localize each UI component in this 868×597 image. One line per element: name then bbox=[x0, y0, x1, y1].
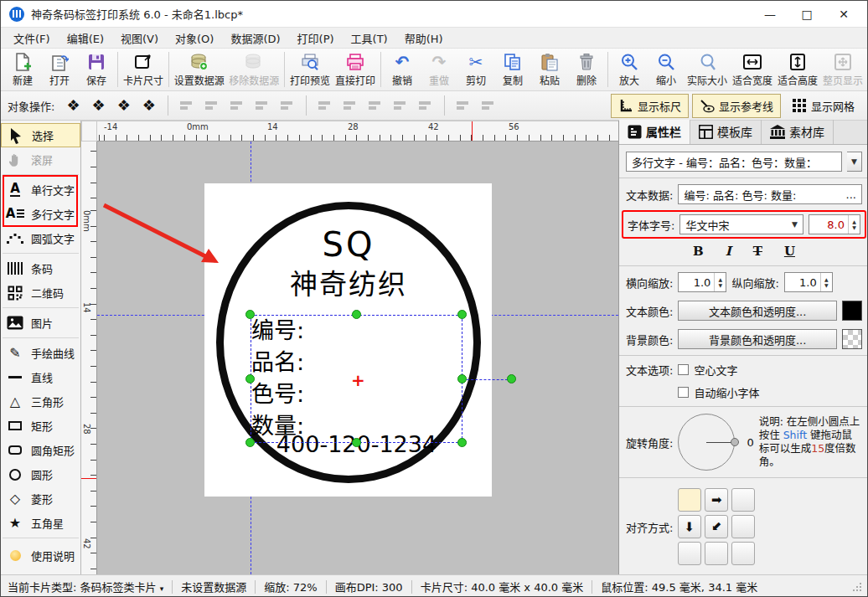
tool-rectangle[interactable]: 矩形 bbox=[1, 414, 80, 438]
fit-height-button[interactable]: 适合高度 bbox=[775, 49, 820, 90]
print-preview-button[interactable]: 打印预览 bbox=[287, 49, 333, 90]
show-ruler-toggle[interactable]: 显示标尺 bbox=[611, 94, 689, 118]
tool-circle[interactable]: 圆形 bbox=[1, 462, 80, 486]
tool-diamond[interactable]: ◇ 菱形 bbox=[1, 486, 80, 511]
design-canvas[interactable]: SQ 神奇纺织 编号: 品名: 色号: 数量: 400-120-1234 + bbox=[97, 142, 618, 574]
tool-single-line-text[interactable]: A 单行文字 bbox=[1, 178, 80, 202]
underline-button[interactable]: U bbox=[784, 244, 795, 259]
undo-button[interactable]: ↶ 撤销 bbox=[384, 49, 421, 90]
tool-select[interactable]: 选择 bbox=[1, 123, 80, 147]
auto-shrink-checkbox[interactable] bbox=[678, 387, 689, 398]
rotation-dial[interactable] bbox=[678, 414, 735, 471]
selection-handle-se[interactable] bbox=[457, 438, 467, 447]
font-family-dropdown-icon[interactable]: ▼ bbox=[792, 220, 798, 229]
align-top-right-button[interactable] bbox=[731, 488, 755, 512]
tool-barcode[interactable]: 条码 bbox=[1, 256, 80, 280]
font-size-up-icon[interactable]: ▲ bbox=[852, 219, 856, 224]
selection-handle-ne[interactable] bbox=[457, 310, 467, 319]
move-layer-up-icon[interactable]: ❖ bbox=[114, 98, 134, 113]
align-middle-right-button[interactable] bbox=[731, 515, 755, 538]
bring-to-front-icon[interactable]: ❖ bbox=[63, 98, 83, 113]
menu-object[interactable]: 对象(O) bbox=[168, 28, 221, 48]
bg-color-button[interactable]: 背景颜色和透明度... bbox=[678, 329, 837, 349]
card-type-status[interactable]: 当前卡片类型: 条码标签类卡片 ▾ bbox=[8, 579, 163, 594]
tool-arc-text[interactable]: 圆弧文字 bbox=[1, 226, 80, 250]
selection-handle-nw[interactable] bbox=[245, 310, 255, 319]
v-scale-spinner[interactable]: 1.0 ▲▼ bbox=[784, 272, 833, 292]
hollow-text-option[interactable]: 空心文字 bbox=[678, 362, 759, 378]
bg-color-swatch[interactable] bbox=[842, 329, 862, 349]
selection-handle-sw[interactable] bbox=[245, 438, 255, 447]
help-button[interactable]: 使用说明 bbox=[1, 543, 80, 568]
fit-width-button[interactable]: 适合宽度 bbox=[730, 49, 775, 90]
zoom-out-button[interactable]: 缩小 bbox=[648, 49, 685, 90]
move-layer-down-icon[interactable]: ❖ bbox=[139, 98, 159, 113]
bold-button[interactable]: B bbox=[693, 244, 704, 259]
menu-edit[interactable]: 编辑(E) bbox=[59, 28, 111, 48]
tab-properties[interactable]: 属性栏 bbox=[619, 120, 690, 144]
tool-image[interactable]: 图片 bbox=[1, 311, 80, 335]
text-color-swatch[interactable] bbox=[842, 301, 862, 321]
text-color-button[interactable]: 文本颜色和透明度... bbox=[678, 301, 837, 321]
menu-help[interactable]: 帮助(H) bbox=[397, 28, 451, 48]
tool-rounded-rectangle[interactable]: 圆角矩形 bbox=[1, 438, 80, 462]
save-button[interactable]: 保存 bbox=[78, 49, 115, 90]
zoom-in-button[interactable]: 放大 bbox=[611, 49, 648, 90]
font-size-spinner[interactable]: 8.0 ▲▼ bbox=[809, 214, 860, 234]
new-button[interactable]: 新建 bbox=[4, 49, 41, 90]
selection-handle-e[interactable] bbox=[457, 374, 467, 383]
paste-button[interactable]: 粘贴 bbox=[531, 49, 568, 90]
align-bottom-center-button[interactable] bbox=[705, 542, 728, 565]
label-title-text[interactable]: SQ bbox=[216, 225, 481, 264]
send-to-back-icon[interactable]: ❖ bbox=[89, 98, 109, 113]
card-size-button[interactable]: 卡片尺寸 bbox=[121, 49, 166, 90]
menu-datasource[interactable]: 数据源(D) bbox=[223, 28, 287, 48]
show-guides-toggle[interactable]: 显示参考线 bbox=[692, 94, 781, 118]
tool-line[interactable]: 直线 bbox=[1, 365, 80, 389]
menu-tools[interactable]: 工具(T) bbox=[344, 28, 395, 48]
label-brand-text[interactable]: 神奇纺织 bbox=[216, 262, 481, 302]
show-grid-toggle[interactable]: 显示网格 bbox=[784, 94, 862, 118]
text-data-field[interactable]: 编号: 品名: 色号: 数量: ... bbox=[678, 184, 862, 204]
hollow-text-checkbox[interactable] bbox=[678, 364, 689, 375]
object-selector-dropdown-icon[interactable]: ▼ bbox=[847, 152, 862, 172]
auto-shrink-option[interactable]: 自动缩小字体 bbox=[678, 384, 759, 400]
tool-qrcode[interactable]: 二维码 bbox=[1, 280, 80, 305]
more-button[interactable]: ... bbox=[846, 188, 856, 201]
strikethrough-button[interactable]: T bbox=[753, 244, 762, 259]
resize-grip[interactable] bbox=[852, 582, 862, 592]
minimize-button[interactable]: — bbox=[753, 3, 787, 26]
close-button[interactable]: ✕ bbox=[827, 3, 860, 26]
copy-button[interactable]: 复制 bbox=[494, 49, 531, 90]
tool-multi-line-text[interactable]: A 多行文字 bbox=[1, 202, 80, 226]
menu-file[interactable]: 文件(F) bbox=[6, 28, 58, 48]
direct-print-button[interactable]: 直接打印 bbox=[333, 49, 378, 90]
actual-size-button[interactable]: 实际大小 bbox=[685, 49, 730, 90]
tool-freehand-curve[interactable]: ✎ 手绘曲线 bbox=[1, 341, 80, 365]
align-center-button[interactable]: ➡ bbox=[705, 515, 728, 538]
selection-handle-w[interactable] bbox=[245, 374, 255, 383]
italic-button[interactable]: I bbox=[726, 244, 731, 259]
set-datasource-button[interactable]: 设置数据源 bbox=[172, 49, 227, 90]
font-family-select[interactable]: 华文中宋 ▼ bbox=[679, 214, 803, 234]
rotation-handle[interactable] bbox=[507, 374, 516, 383]
tab-materials[interactable]: 素材库 bbox=[762, 120, 834, 144]
font-size-down-icon[interactable]: ▼ bbox=[852, 224, 856, 230]
align-middle-left-button[interactable]: ➡ bbox=[678, 515, 701, 538]
align-top-center-button[interactable]: ➡ bbox=[705, 488, 728, 512]
tool-triangle[interactable]: △ 三角形 bbox=[1, 389, 80, 414]
align-bottom-right-button[interactable] bbox=[731, 542, 755, 565]
open-button[interactable]: 打开 bbox=[41, 49, 78, 90]
maximize-button[interactable]: □ bbox=[790, 3, 824, 26]
rotation-knob[interactable] bbox=[731, 438, 739, 446]
tool-star[interactable]: ★ 五角星 bbox=[1, 511, 80, 535]
cut-button[interactable]: ✂ 剪切 bbox=[457, 49, 494, 90]
card-type-dropdown-icon[interactable]: ▾ bbox=[160, 584, 164, 593]
object-selector-field[interactable]: 多行文字 - 编号：品名：色号：数量： bbox=[626, 152, 842, 172]
tab-templates[interactable]: 模板库 bbox=[690, 120, 762, 144]
h-scale-spinner[interactable]: 1.0 ▲▼ bbox=[678, 272, 726, 292]
menu-print[interactable]: 打印(P) bbox=[290, 28, 342, 48]
selection-handle-n[interactable] bbox=[352, 310, 361, 319]
align-bottom-left-button[interactable] bbox=[678, 542, 701, 565]
align-top-left-button[interactable] bbox=[678, 488, 701, 512]
